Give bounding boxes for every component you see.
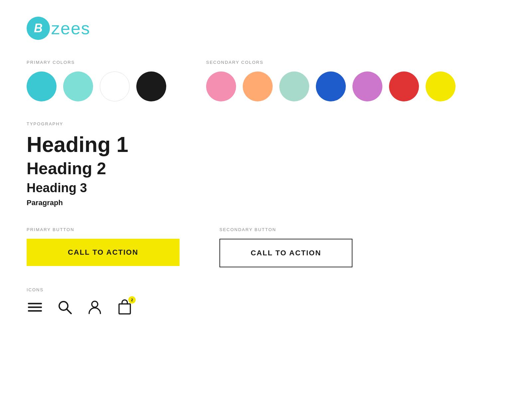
buttons-section: PRIMARY BUTTON CALL TO ACTION SECONDARY … [27,227,505,267]
primary-colors-group: PRIMARY COLORS [27,60,166,101]
secondary-button-group: SECONDARY BUTTON CALL TO ACTION [219,227,352,267]
search-icon-wrap[interactable] [57,299,73,316]
icons-label: ICONS [27,287,505,292]
typography-label: TYPOGRAPHY [27,121,505,126]
secondary-colors-group: SECONDARY COLORS [206,60,456,101]
heading-3-sample: Heading 3 [27,181,505,195]
primary-color-swatches [27,71,166,101]
secondary-color-swatches [206,71,456,101]
hamburger-icon [27,299,43,316]
secondary-cta-button[interactable]: CALL TO ACTION [219,239,352,267]
swatch-mint [279,71,309,101]
logo-text: zees [51,18,90,38]
paragraph-sample: Paragraph [27,199,505,207]
swatch-light-teal [63,71,93,101]
swatch-black [136,71,166,101]
primary-colors-label: PRIMARY COLORS [27,60,166,65]
secondary-colors-label: SECONDARY COLORS [206,60,456,65]
swatch-blue [316,71,346,101]
heading-1-sample: Heading 1 [27,133,505,156]
primary-button-label: PRIMARY BUTTON [27,227,180,232]
search-icon [57,299,73,316]
swatch-red [389,71,419,101]
icons-section: ICONS [27,287,505,316]
cart-icon-wrap[interactable]: 2 [116,299,133,316]
cart-badge: 2 [128,296,136,304]
icons-row: 2 [27,299,505,316]
heading-2-sample: Heading 2 [27,160,505,178]
logo: B zees [27,17,505,40]
swatch-white [100,71,130,101]
swatch-yellow [426,71,456,101]
colors-section: PRIMARY COLORS SECONDARY COLORS [27,60,505,101]
logo-icon: B [27,17,50,40]
secondary-button-label: SECONDARY BUTTON [219,227,352,232]
svg-rect-6 [119,304,130,314]
swatch-orange [243,71,273,101]
swatch-purple [352,71,382,101]
swatch-teal [27,71,57,101]
primary-cta-button[interactable]: CALL TO ACTION [27,239,180,266]
svg-line-4 [66,309,71,314]
primary-button-group: PRIMARY BUTTON CALL TO ACTION [27,227,180,266]
svg-point-5 [92,301,98,307]
user-icon [86,299,103,316]
hamburger-icon-wrap[interactable] [27,299,43,316]
swatch-pink [206,71,236,101]
typography-section: TYPOGRAPHY Heading 1 Heading 2 Heading 3… [27,121,505,207]
user-icon-wrap[interactable] [86,299,103,316]
